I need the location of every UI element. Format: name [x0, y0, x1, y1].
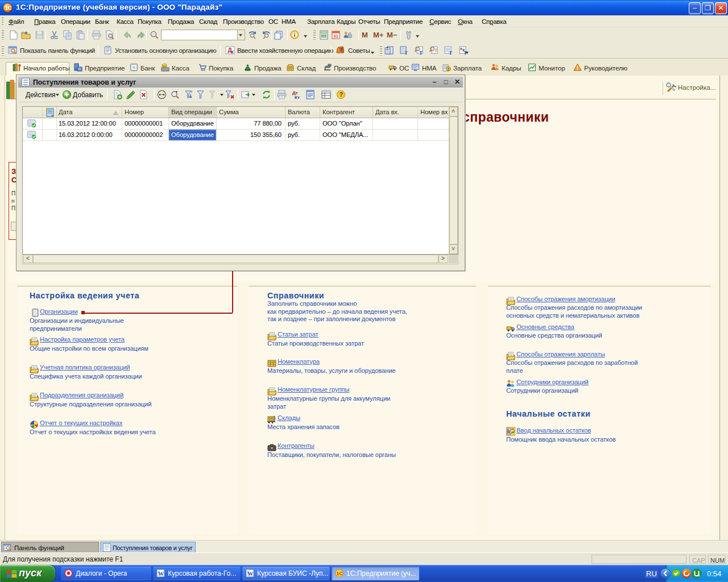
svg-text:Σ: Σ [386, 47, 389, 51]
svg-text:1C: 1C [337, 571, 343, 576]
svg-text:T: T [191, 90, 193, 94]
svg-text:T: T [449, 50, 452, 56]
svg-text:?: ? [340, 92, 343, 98]
svg-text:T: T [419, 50, 423, 56]
svg-text:W: W [247, 571, 253, 577]
svg-text:$: $ [448, 67, 450, 71]
svg-text:?: ? [133, 65, 135, 70]
svg-text:?: ? [339, 46, 342, 52]
svg-text:W: W [158, 571, 164, 577]
svg-text:T: T [404, 50, 408, 56]
svg-text:к: к [231, 49, 234, 55]
svg-text:Кт: Кт [295, 95, 300, 100]
svg-text:31: 31 [333, 34, 338, 39]
